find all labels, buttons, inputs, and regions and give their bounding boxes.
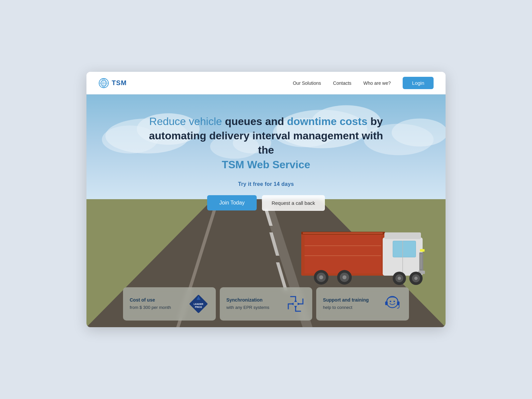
nav-item-who[interactable]: Who are we? xyxy=(363,80,391,86)
svg-rect-38 xyxy=(420,249,425,252)
svg-marker-59 xyxy=(294,306,297,309)
support-headset-icon xyxy=(382,293,402,315)
info-card-cost: Cost of use from $ 300 per month LEADER … xyxy=(123,287,216,321)
logo-label: TSM xyxy=(112,79,127,87)
info-card-cost-title: Cost of use xyxy=(130,297,183,303)
hero-title-part1: Reduce vehicle xyxy=(149,115,225,127)
tsm-logo-icon xyxy=(98,78,109,88)
hero-subtitle: Try it free for 14 days xyxy=(238,181,294,187)
logo-area[interactable]: TSM xyxy=(98,78,127,88)
svg-rect-31 xyxy=(384,232,421,239)
hero-truck-icon xyxy=(301,219,428,292)
nav-item-solutions[interactable]: Our Solutions xyxy=(293,80,321,86)
svg-marker-58 xyxy=(294,299,297,302)
login-button[interactable]: Login xyxy=(403,77,434,89)
svg-point-48 xyxy=(398,277,401,280)
svg-text:PRICE: PRICE xyxy=(195,306,202,308)
svg-rect-33 xyxy=(393,241,416,257)
leader-price-diamond: LEADER PRICE xyxy=(188,293,209,315)
info-card-cost-text: Cost of use from $ 300 per month xyxy=(130,297,183,311)
nav-item-contacts[interactable]: Contacts xyxy=(333,80,351,86)
info-cards: Cost of use from $ 300 per month LEADER … xyxy=(123,287,409,321)
info-card-support-text: Support and training help to connect xyxy=(323,297,378,311)
sync-icon xyxy=(286,294,306,314)
info-card-sync-title: Synchronization xyxy=(226,297,281,303)
svg-point-42 xyxy=(319,275,323,279)
join-today-button[interactable]: Join Today xyxy=(207,195,256,210)
svg-point-64 xyxy=(393,301,395,302)
info-card-sync-text: Synchronization with any EPR systems xyxy=(226,297,281,311)
hero-content: Reduce vehicle queues and downtime costs… xyxy=(86,94,446,211)
svg-point-45 xyxy=(342,275,346,279)
navbar: TSM Our Solutions Contacts Who are we? L… xyxy=(86,72,446,94)
request-callback-button[interactable]: Request a call back xyxy=(262,195,325,211)
hero-title-bold1: queues and xyxy=(225,115,287,127)
info-card-support: Support and training help to connect xyxy=(316,287,409,321)
svg-rect-27 xyxy=(305,235,381,273)
svg-rect-65 xyxy=(385,302,388,305)
hero-title: Reduce vehicle queues and downtime costs… xyxy=(146,114,386,172)
hero-section: Reduce vehicle queues and downtime costs… xyxy=(86,94,446,327)
hero-title-blue1: downtime costs xyxy=(287,115,367,127)
support-icon xyxy=(382,294,402,314)
hero-buttons: Join Today Request a call back xyxy=(207,195,325,211)
leader-price-icon: LEADER PRICE xyxy=(188,293,209,315)
info-card-support-desc: help to connect xyxy=(323,305,378,311)
info-card-sync: Synchronization with any EPR systems xyxy=(220,287,313,321)
svg-text:LEADER: LEADER xyxy=(194,303,203,305)
svg-rect-35 xyxy=(419,252,423,271)
svg-rect-26 xyxy=(303,232,383,234)
svg-point-63 xyxy=(390,301,391,302)
info-card-cost-desc: from $ 300 per month xyxy=(130,305,183,311)
nav-links: Our Solutions Contacts Who are we? xyxy=(293,80,391,86)
info-card-sync-desc: with any EPR systems xyxy=(226,305,281,311)
svg-point-51 xyxy=(414,277,418,280)
browser-window: TSM Our Solutions Contacts Who are we? L… xyxy=(86,72,446,327)
hero-title-blue2: TSM Web Service xyxy=(222,159,310,171)
svg-marker-60 xyxy=(298,303,300,305)
info-card-support-title: Support and training xyxy=(323,297,378,303)
sync-arrows-icon xyxy=(286,294,306,314)
svg-marker-61 xyxy=(291,303,294,305)
